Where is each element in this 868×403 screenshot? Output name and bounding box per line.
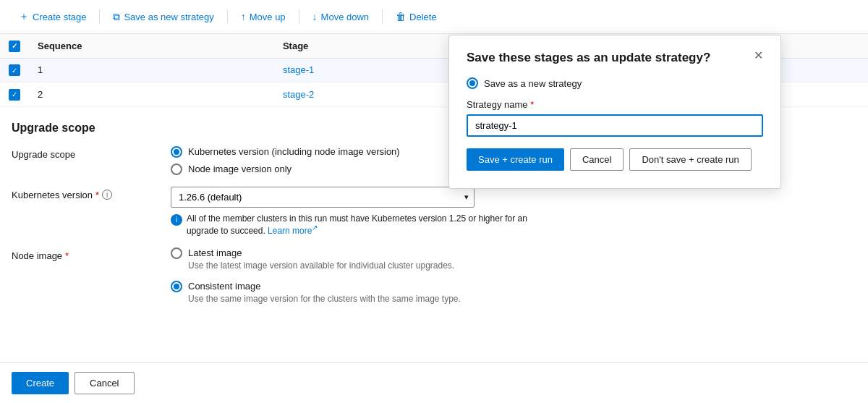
learn-more-link[interactable]: Learn more↗ <box>268 226 318 236</box>
row2-seq: 2 <box>29 82 274 107</box>
modal-cancel-button[interactable]: Cancel <box>570 148 624 171</box>
k8s-required-star: * <box>95 190 99 200</box>
row1-checkbox-cell: ✓ <box>0 58 29 82</box>
toolbar: ＋ Create stage ⧉ Save as new strategy ↑ … <box>0 0 868 34</box>
delete-button[interactable]: 🗑 Delete <box>388 7 444 27</box>
header-checkbox-cell: ✓ <box>0 34 29 58</box>
k8s-info-text: All of the member clusters in this run m… <box>187 213 547 236</box>
modal-title: Save these stages as an update strategy? <box>467 50 710 66</box>
k8s-version-control: 1.26.6 (default) ▾ i All of the member c… <box>171 187 856 236</box>
node-latest-radio-group: Latest image Use the latest image versio… <box>171 247 856 271</box>
toolbar-separator-1 <box>99 9 100 24</box>
info-blue-icon: i <box>171 214 182 226</box>
radio-consistent-icon <box>171 281 182 292</box>
kubernetes-version-row: Kubernetes version * i 1.26.6 (default) … <box>12 187 856 236</box>
strategy-name-input[interactable] <box>467 114 763 137</box>
col-sequence: Sequence <box>29 34 274 58</box>
external-link-icon: ↗ <box>312 224 318 232</box>
toolbar-separator-4 <box>382 9 383 24</box>
plus-icon: ＋ <box>19 10 29 23</box>
radio-k8s-icon <box>171 146 182 158</box>
upgrade-scope-label: Upgrade scope <box>12 146 171 160</box>
row2-checkbox-cell: ✓ <box>0 82 29 107</box>
radio-consistent-image[interactable]: Consistent image <box>171 281 856 292</box>
move-down-button[interactable]: ↓ Move down <box>305 7 376 27</box>
radio-latest-image[interactable]: Latest image <box>171 247 856 259</box>
k8s-version-select-wrapper: 1.26.6 (default) ▾ <box>171 187 475 208</box>
arrow-up-icon: ↑ <box>241 11 246 22</box>
k8s-version-info-icon[interactable]: i <box>102 190 112 200</box>
row1-checkbox[interactable]: ✓ <box>9 64 20 76</box>
row2-stage: stage-2 <box>274 82 467 107</box>
save-strategy-modal: Save these stages as an update strategy?… <box>448 35 781 189</box>
cancel-bottom-button[interactable]: Cancel <box>75 372 134 394</box>
radio-latest-icon <box>171 247 182 259</box>
latest-image-sublabel: Use the latest image version available f… <box>188 260 856 271</box>
modal-body: Save as a new strategy Strategy name * S… <box>467 77 763 171</box>
radio-node-icon <box>171 164 182 175</box>
modal-actions: Save + create run Cancel Don't save + cr… <box>467 148 763 171</box>
k8s-info-box: i All of the member clusters in this run… <box>171 213 547 236</box>
consistent-image-sublabel: Use the same image version for the clust… <box>188 294 856 304</box>
row1-seq: 1 <box>29 58 274 82</box>
node-required-star: * <box>65 250 69 261</box>
move-up-button[interactable]: ↑ Move up <box>234 7 293 27</box>
strategy-name-label: Strategy name * <box>467 99 763 110</box>
row2-checkbox[interactable]: ✓ <box>9 89 20 101</box>
node-image-control: Latest image Use the latest image versio… <box>171 247 856 304</box>
save-create-run-button[interactable]: Save + create run <box>467 148 564 171</box>
node-consistent-radio-group: Consistent image Use the same image vers… <box>171 276 856 304</box>
modal-close-button[interactable]: ✕ <box>754 50 763 61</box>
arrow-down-icon: ↓ <box>312 11 318 22</box>
modal-header: Save these stages as an update strategy?… <box>467 50 763 66</box>
node-image-label: Node image * <box>12 247 171 261</box>
node-image-row: Node image * Latest image Use the latest… <box>12 247 856 304</box>
modal-option-label: Save as a new strategy <box>484 78 582 89</box>
bottom-bar: Create Cancel <box>0 362 868 403</box>
save-icon: ⧉ <box>113 11 120 23</box>
modal-radio-icon <box>467 77 478 89</box>
toolbar-separator-3 <box>299 9 299 24</box>
create-button[interactable]: Create <box>12 372 69 394</box>
stage2-link[interactable]: stage-2 <box>283 89 314 100</box>
dont-save-create-run-button[interactable]: Don't save + create run <box>629 148 751 171</box>
create-stage-button[interactable]: ＋ Create stage <box>12 6 93 27</box>
strategy-required-star: * <box>530 99 534 110</box>
save-strategy-button[interactable]: ⧉ Save as new strategy <box>106 7 221 27</box>
row1-stage: stage-1 <box>274 58 467 82</box>
trash-icon: 🗑 <box>396 11 406 22</box>
k8s-version-select[interactable]: 1.26.6 (default) <box>171 187 475 208</box>
modal-save-option[interactable]: Save as a new strategy <box>467 77 763 89</box>
col-stage: Stage <box>274 34 467 58</box>
select-all-checkbox[interactable]: ✓ <box>9 41 20 52</box>
toolbar-separator-2 <box>227 9 228 24</box>
stage1-link[interactable]: stage-1 <box>283 64 314 75</box>
k8s-version-label: Kubernetes version * i <box>12 187 171 200</box>
